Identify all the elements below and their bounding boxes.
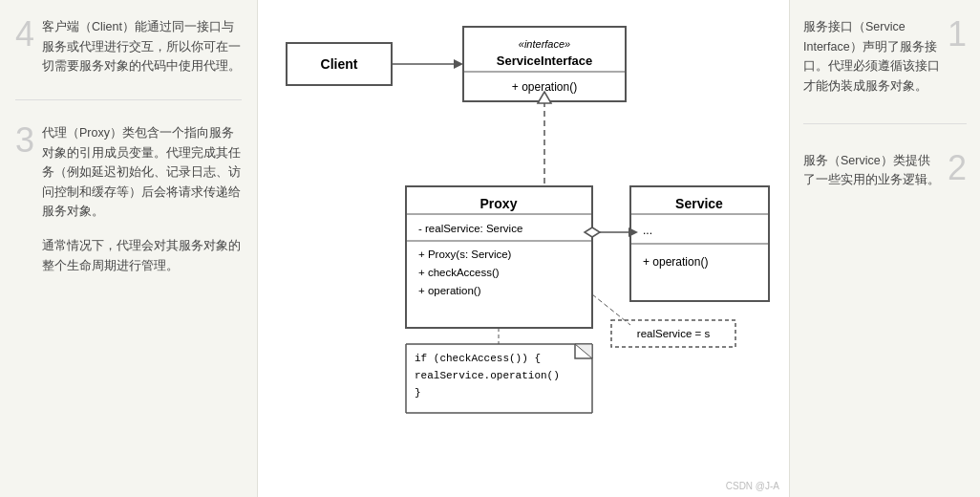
annotation-2-text: 服务（Service）类提供了一些实用的业务逻辑。 bbox=[803, 151, 967, 190]
annotation-2: 2 服务（Service）类提供了一些实用的业务逻辑。 bbox=[803, 151, 967, 190]
proxy-field: - realService: Service bbox=[418, 223, 522, 234]
right-panel: 1 服务接口（Service Interface）声明了服务接口。代理必须遵循该… bbox=[789, 0, 980, 497]
arrow-head-1 bbox=[454, 59, 463, 69]
annotation-3-text2: 通常情况下，代理会对其服务对象的整个生命周期进行管理。 bbox=[15, 236, 242, 275]
interface-name: ServiceInterface bbox=[497, 54, 592, 68]
diagram-area: Client «interface» ServiceInterface + op… bbox=[258, 0, 789, 497]
annotation-1-text: 服务接口（Service Interface）声明了服务接口。代理必须遵循该接口… bbox=[803, 17, 967, 97]
interface-stereotype: «interface» bbox=[519, 38, 570, 50]
watermark: CSDN @J-A bbox=[726, 481, 779, 491]
number-2: 2 bbox=[948, 151, 967, 185]
annotation-1: 1 服务接口（Service Interface）声明了服务接口。代理必须遵循该… bbox=[803, 17, 967, 97]
code-line2: realService.operation() bbox=[415, 370, 560, 381]
proxy-name: Proxy bbox=[480, 196, 518, 211]
service-dots: ... bbox=[643, 224, 652, 237]
proxy-method3: + operation() bbox=[418, 285, 481, 296]
annotation-4-text: 客户端（Client）能通过同一接口与服务或代理进行交互，所以你可在一切需要服务… bbox=[15, 17, 242, 76]
uml-diagram: Client «interface» ServiceInterface + op… bbox=[258, 0, 789, 497]
annotation-3-text1: 代理（Proxy）类包含一个指向服务对象的引用成员变量。代理完成其任务（例如延迟… bbox=[15, 123, 242, 222]
note-label: realService = s bbox=[637, 328, 711, 339]
left-panel: 4 客户端（Client）能通过同一接口与服务或代理进行交互，所以你可在一切需要… bbox=[0, 0, 258, 497]
service-method: + operation() bbox=[643, 255, 708, 269]
divider-2 bbox=[803, 123, 967, 124]
number-1: 1 bbox=[948, 17, 967, 52]
annotation-4: 4 客户端（Client）能通过同一接口与服务或代理进行交互，所以你可在一切需要… bbox=[15, 17, 242, 76]
annotation-3: 3 代理（Proxy）类包含一个指向服务对象的引用成员变量。代理完成其任务（例如… bbox=[15, 123, 242, 275]
code-line1: if (checkAccess()) { bbox=[415, 353, 541, 364]
number-3: 3 bbox=[15, 123, 34, 158]
number-4: 4 bbox=[15, 17, 34, 52]
proxy-method2: + checkAccess() bbox=[418, 267, 500, 278]
proxy-method1: + Proxy(s: Service) bbox=[418, 248, 512, 260]
code-line3: } bbox=[415, 387, 421, 399]
client-label: Client bbox=[321, 56, 358, 72]
service-name: Service bbox=[675, 196, 723, 211]
divider-1 bbox=[15, 99, 242, 100]
